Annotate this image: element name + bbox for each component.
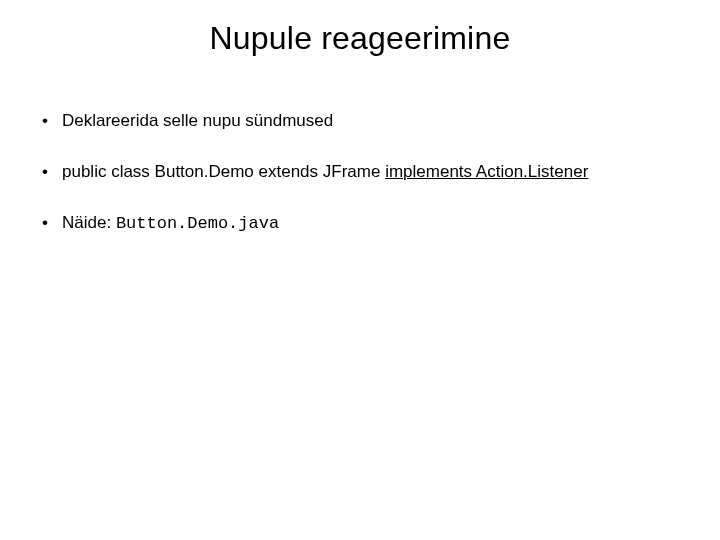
slide: Nupule reageerimine Deklareerida selle n…: [0, 0, 720, 540]
bullet-text-emph: implements Action.Listener: [385, 162, 588, 181]
slide-title: Nupule reageerimine: [0, 20, 720, 57]
bullet-item: public class Button.Demo extends JFrame …: [36, 161, 684, 184]
bullet-list: Deklareerida selle nupu sündmused public…: [36, 110, 684, 264]
bullet-text: Deklareerida selle nupu sündmused: [62, 111, 333, 130]
bullet-item: Näide: Button.Demo.java: [36, 212, 684, 236]
bullet-text-code: Button.Demo.java: [116, 214, 279, 233]
bullet-text-prefix: public class Button.Demo extends JFrame: [62, 162, 385, 181]
bullet-text-prefix: Näide:: [62, 213, 116, 232]
bullet-item: Deklareerida selle nupu sündmused: [36, 110, 684, 133]
